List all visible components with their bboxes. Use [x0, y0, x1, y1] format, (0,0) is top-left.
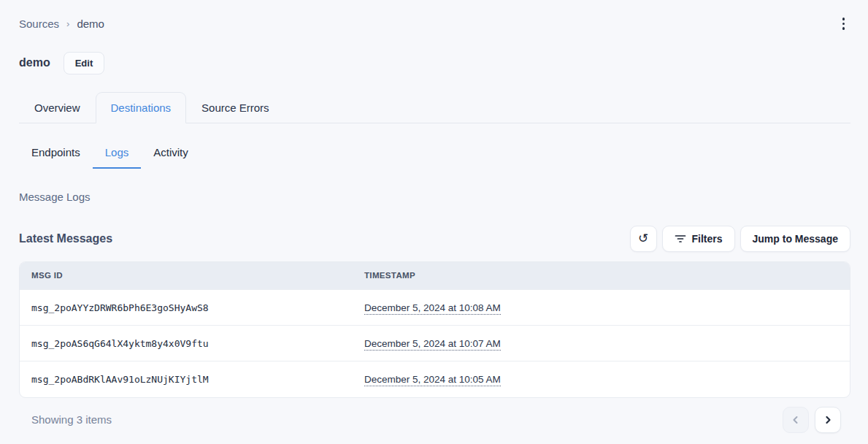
main-tabs: Overview Destinations Source Errors: [19, 92, 850, 123]
refresh-icon: ↺: [638, 231, 648, 246]
items-summary: Showing 3 items: [19, 413, 112, 426]
breadcrumb-separator-icon: ›: [66, 18, 69, 29]
column-header-timestamp: TIMESTAMP: [353, 262, 850, 290]
breadcrumb: Sources › demo: [19, 18, 104, 30]
filters-label: Filters: [692, 233, 723, 245]
tab-source-errors[interactable]: Source Errors: [186, 92, 285, 123]
jump-to-message-button[interactable]: Jump to Message: [740, 226, 850, 252]
chevron-right-icon: [822, 414, 834, 426]
subtab-endpoints[interactable]: Endpoints: [19, 139, 93, 169]
table-footer: Showing 3 items: [19, 407, 850, 433]
column-header-msg-id: MSG ID: [20, 262, 353, 290]
message-logs-label: Message Logs: [19, 191, 850, 203]
message-actions: ↺ Filters Jump to Message: [630, 226, 851, 252]
pagination: [783, 407, 850, 433]
latest-messages-header: Latest Messages ↺ Filters Jump to Messag…: [19, 226, 850, 252]
refresh-button[interactable]: ↺: [630, 226, 657, 252]
destination-subtabs: Endpoints Logs Activity: [19, 139, 850, 169]
breadcrumb-current: demo: [77, 18, 104, 30]
timestamp-value[interactable]: December 5, 2024 at 10:05 AM: [364, 374, 501, 386]
chevron-left-icon: [790, 414, 802, 426]
msg-id-value: msg_2poABdRKlAAv91oLzNUjKIYjtlM: [31, 374, 209, 385]
table-row[interactable]: msg_2poAS6qG64lX4yktm8y4x0V9ftu December…: [20, 326, 850, 361]
table-row[interactable]: msg_2poAYYzDRWR6bPh6E3goSHyAwS8 December…: [20, 290, 850, 326]
latest-messages-title: Latest Messages: [19, 232, 112, 245]
source-detail-page: Sources › demo demo Edit Overview Destin…: [0, 0, 868, 433]
timestamp-value[interactable]: December 5, 2024 at 10:08 AM: [364, 302, 501, 315]
msg-id-value: msg_2poAYYzDRWR6bPh6E3goSHyAwS8: [31, 302, 209, 313]
tab-overview[interactable]: Overview: [19, 92, 96, 123]
filters-button[interactable]: Filters: [662, 226, 735, 252]
timestamp-value[interactable]: December 5, 2024 at 10:07 AM: [364, 338, 501, 351]
tab-destinations[interactable]: Destinations: [96, 92, 187, 123]
breadcrumb-sources-link[interactable]: Sources: [19, 18, 59, 30]
previous-page-button[interactable]: [783, 407, 809, 433]
top-bar: Sources › demo: [19, 13, 850, 34]
next-page-button[interactable]: [815, 407, 841, 433]
messages-table: MSG ID TIMESTAMP msg_2poAYYzDRWR6bPh6E3g…: [20, 262, 850, 397]
page-title: demo: [19, 56, 50, 69]
filter-icon: [675, 234, 686, 244]
title-row: demo Edit: [19, 52, 850, 74]
table-row[interactable]: msg_2poABdRKlAAv91oLzNUjKIYjtlM December…: [20, 361, 850, 397]
subtab-logs[interactable]: Logs: [93, 139, 142, 169]
jump-to-message-label: Jump to Message: [753, 233, 838, 245]
edit-button[interactable]: Edit: [64, 52, 105, 74]
kebab-menu-icon[interactable]: [837, 13, 851, 34]
msg-id-value: msg_2poAS6qG64lX4yktm8y4x0V9ftu: [31, 338, 209, 349]
table-header-row: MSG ID TIMESTAMP: [20, 262, 850, 290]
subtab-activity[interactable]: Activity: [141, 139, 201, 169]
messages-table-card: MSG ID TIMESTAMP msg_2poAYYzDRWR6bPh6E3g…: [19, 261, 850, 398]
